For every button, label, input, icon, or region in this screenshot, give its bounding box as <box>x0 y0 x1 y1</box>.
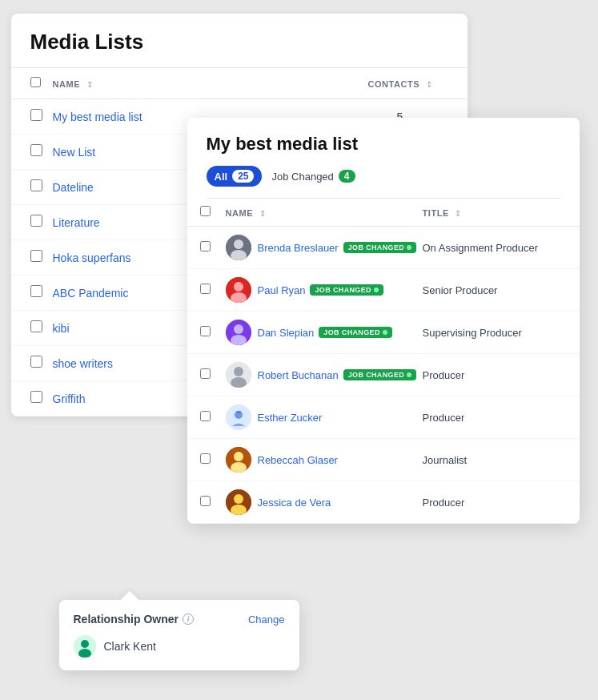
row-checkbox-col <box>30 391 53 406</box>
relationship-owner-card: Relationship Owner i Change Clark Kent <box>59 600 299 670</box>
avatar <box>226 404 251 430</box>
contact-title: Producer <box>423 497 567 509</box>
detail-header: My best media list All 25 Job Changed 4 <box>187 118 580 199</box>
rel-owner-row: Clark Kent <box>74 635 285 658</box>
row-checkbox[interactable] <box>30 320 42 332</box>
row-checkbox-col <box>30 356 53 371</box>
svg-point-7 <box>234 324 243 334</box>
contact-checkbox-col <box>200 368 226 382</box>
row-checkbox-col <box>30 179 53 195</box>
contact-row: Esther Zucker Producer <box>187 396 580 439</box>
contact-name-wrap: Esther Zucker <box>258 412 323 424</box>
row-checkbox[interactable] <box>30 391 42 403</box>
row-checkbox[interactable] <box>30 285 42 297</box>
row-checkbox[interactable] <box>30 109 42 121</box>
contact-title: Producer <box>423 369 567 381</box>
row-checkbox-col <box>30 285 53 300</box>
svg-point-16 <box>234 452 243 461</box>
filter-all-count: 25 <box>232 170 254 183</box>
contacts-column-header[interactable]: CONTACTS ⇕ <box>352 76 448 91</box>
contact-checkbox-col <box>200 453 226 467</box>
contact-name-link[interactable]: Paul Ryan <box>258 284 306 296</box>
row-checkbox-col <box>30 144 53 159</box>
row-checkbox[interactable] <box>30 250 42 262</box>
detail-table-header: NAME ⇕ TITLE ⇕ <box>187 199 580 227</box>
contact-checkbox[interactable] <box>200 284 211 294</box>
avatar <box>226 447 251 473</box>
row-checkbox[interactable] <box>30 179 42 191</box>
name-sort-icon: ⇕ <box>86 80 93 89</box>
contact-checkbox[interactable] <box>200 368 211 379</box>
svg-point-10 <box>234 367 243 376</box>
job-changed-badge: JOB CHANGED <box>343 369 416 380</box>
avatar <box>226 362 251 388</box>
select-all-checkbox[interactable] <box>30 77 41 87</box>
svg-point-1 <box>234 239 243 249</box>
svg-rect-14 <box>236 411 241 413</box>
badge-dot-icon <box>407 245 411 250</box>
contact-title: On Assignment Producer <box>423 242 567 254</box>
contact-info: Robert Buchanan JOB CHANGED <box>226 362 423 388</box>
name-column-header[interactable]: NAME ⇕ <box>53 76 352 91</box>
avatar <box>226 235 251 260</box>
scene: Media Lists NAME ⇕ CONTACTS ⇕ My best me… <box>11 14 588 686</box>
avatar <box>226 489 251 515</box>
contact-checkbox-col <box>200 240 226 255</box>
contact-name-link[interactable]: Dan Slepian <box>258 327 315 339</box>
contact-row: Jessica de Vera Producer <box>187 481 580 524</box>
rel-owner-avatar <box>74 635 96 658</box>
change-link[interactable]: Change <box>248 614 285 626</box>
detail-name-col-header[interactable]: NAME ⇕ <box>226 205 423 219</box>
filter-all-label: All <box>215 171 228 183</box>
page-title: Media Lists <box>30 30 448 54</box>
row-checkbox[interactable] <box>30 144 42 156</box>
contact-info: Jessica de Vera <box>226 489 423 515</box>
row-checkbox-col <box>30 215 53 230</box>
badge-dot-icon <box>383 330 387 335</box>
contact-name-link[interactable]: Esther Zucker <box>258 412 323 424</box>
contact-checkbox-col <box>200 495 226 509</box>
contact-checkbox[interactable] <box>200 411 211 421</box>
contact-title: Producer <box>423 412 567 424</box>
contact-name-link[interactable]: Jessica de Vera <box>258 497 331 509</box>
avatar <box>226 277 251 303</box>
rel-owner-title: Relationship Owner i <box>74 613 194 626</box>
row-checkbox[interactable] <box>30 356 42 368</box>
filter-all-button[interactable]: All 25 <box>207 166 263 187</box>
contact-row: Brenda Breslauer JOB CHANGED On Assignme… <box>187 227 580 269</box>
badge-dot-icon <box>407 372 411 377</box>
table-header: NAME ⇕ CONTACTS ⇕ <box>11 68 468 99</box>
contact-row: Paul Ryan JOB CHANGED Senior Producer <box>187 269 580 312</box>
job-changed-badge: JOB CHANGED <box>343 242 416 253</box>
contact-checkbox[interactable] <box>200 326 211 336</box>
detail-select-all-checkbox[interactable] <box>200 206 211 216</box>
row-checkbox[interactable] <box>30 215 42 227</box>
contacts-sort-icon: ⇕ <box>426 80 432 89</box>
contact-checkbox-col <box>200 410 226 424</box>
contact-name-link[interactable]: Brenda Breslauer <box>258 242 339 254</box>
contact-title: Senior Producer <box>423 284 567 296</box>
job-changed-badge: JOB CHANGED <box>319 327 391 338</box>
contact-name-link[interactable]: Robert Buchanan <box>258 369 339 381</box>
rel-owner-name: Clark Kent <box>104 640 156 653</box>
row-checkbox-col <box>30 320 53 336</box>
contact-title: Supervising Producer <box>423 327 567 339</box>
contact-checkbox-col <box>200 283 226 297</box>
contact-info: Rebeccah Glaser <box>226 447 423 473</box>
detail-title-sort-icon: ⇕ <box>455 209 461 218</box>
contact-checkbox[interactable] <box>200 496 211 506</box>
contact-name-wrap: Rebeccah Glaser <box>258 454 338 466</box>
contact-info: Esther Zucker <box>226 404 423 430</box>
detail-panel: My best media list All 25 Job Changed 4 … <box>187 118 580 524</box>
contact-checkbox[interactable] <box>200 241 211 251</box>
svg-point-22 <box>81 640 89 648</box>
contact-checkbox[interactable] <box>200 453 211 464</box>
contact-name-wrap: Robert Buchanan JOB CHANGED <box>258 369 417 381</box>
contact-name-link[interactable]: Rebeccah Glaser <box>258 454 338 466</box>
contact-row: Robert Buchanan JOB CHANGED Producer <box>187 354 580 396</box>
media-lists-header: Media Lists <box>11 14 468 68</box>
filter-bar: All 25 Job Changed 4 <box>207 166 560 199</box>
svg-point-4 <box>234 282 243 292</box>
filter-job-changed-button[interactable]: Job Changed 4 <box>271 170 355 183</box>
detail-title-col-header[interactable]: TITLE ⇕ <box>423 205 567 219</box>
